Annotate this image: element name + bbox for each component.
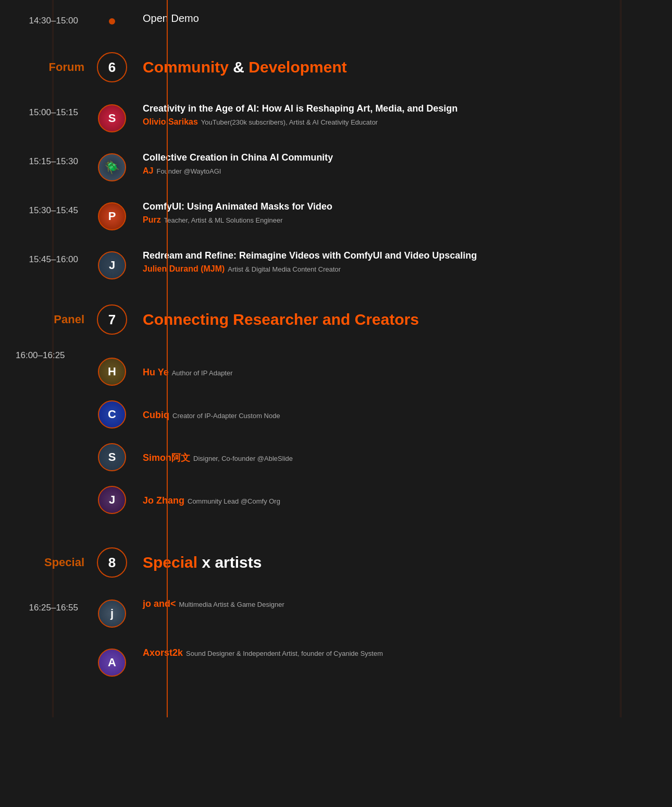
special-number: 8 xyxy=(108,555,116,571)
forum-talk-3-speaker: Purz xyxy=(143,215,161,225)
panel-number: 7 xyxy=(108,312,116,328)
panel-participant-1: H Hu Ye Author of IP Adapter xyxy=(130,350,672,393)
forum-talk-4-avatar-col: J xyxy=(94,249,130,279)
forum-talk-3-time: 15:30–15:45 xyxy=(0,200,94,216)
special-title-col: Special x artists xyxy=(130,554,672,571)
panel-group: 16:00–16:25 H Hu Ye Author of IP Adapter xyxy=(0,345,672,532)
forum-talk-4: 15:45–16:00 J Redream and Refine: Reimag… xyxy=(0,240,672,289)
special-artist-2-name: Axorst2k xyxy=(143,647,183,658)
panel-p3-content: Simon阿文 Disigner, Co-founder @AbleSlide xyxy=(130,450,293,464)
forum-header-row: Forum 6 Community & Development xyxy=(0,36,672,93)
forum-talk-2-time: 15:15–15:30 xyxy=(0,151,94,167)
forum-talk-4-role: Artist & Digital Media Content Creator xyxy=(228,265,341,273)
forum-label: Forum xyxy=(0,60,94,74)
special-title: Special x artists xyxy=(143,554,641,571)
forum-talk-3-title: ComfyUI: Using Animated Masks for Video xyxy=(143,200,641,213)
panel-p3-avatar-letter: S xyxy=(108,450,116,464)
panel-p2-content: Cubiq Creator of IP-Adapter Custom Node xyxy=(130,409,280,421)
panel-p2-avatar: C xyxy=(98,400,126,429)
forum-talk-4-avatar: J xyxy=(98,251,126,279)
forum-talk-2: 15:15–15:30 🪲 Collective Creation in Chi… xyxy=(0,142,672,191)
forum-talk-1-title: Creativity in the Age of AI: How AI is R… xyxy=(143,102,641,115)
forum-talk-2-avatar-letter: 🪲 xyxy=(104,160,120,175)
special-artist-1-name: jo and< xyxy=(143,598,176,609)
open-demo-dot xyxy=(109,18,115,25)
open-demo-title: Open Demo xyxy=(143,13,199,24)
special-artist-1-avatar-letter: j xyxy=(110,607,114,620)
panel-header-row: Panel 7 Connecting Researcher and Creato… xyxy=(0,289,672,345)
forum-talk-3-speaker-line: Purz Teacher, Artist & ML Solutions Engi… xyxy=(143,215,641,225)
panel-p2-avatar-letter: C xyxy=(108,408,116,421)
panel-p1-role: Author of IP Adapter xyxy=(172,369,233,377)
forum-talk-3-content: ComfyUI: Using Animated Masks for Video … xyxy=(130,200,672,225)
special-artist-2-speaker-line: Axorst2k Sound Designer & Independent Ar… xyxy=(143,647,641,658)
forum-talk-2-title: Collective Creation in China AI Communit… xyxy=(143,151,641,164)
forum-talk-4-avatar-letter: J xyxy=(109,259,115,272)
panel-p3-avatar: S xyxy=(98,443,126,471)
panel-p2-avatar-col: C xyxy=(94,400,130,429)
open-demo-dot-col xyxy=(94,12,130,25)
forum-talk-1-avatar-letter: S xyxy=(108,112,116,125)
panel-participant-3: S Simon阿文 Disigner, Co-founder @AbleSlid… xyxy=(130,436,672,479)
forum-number-col: 6 xyxy=(94,52,130,82)
forum-talk-4-speaker: Julien Durand (MJM) xyxy=(143,264,225,274)
panel-p4-avatar-letter: J xyxy=(109,493,115,507)
special-label: Special xyxy=(0,556,94,569)
special-artist-1-content: jo and< Multimedia Artist & Game Designe… xyxy=(130,597,672,609)
special-artist-1-role: Multimedia Artist & Game Designer xyxy=(179,601,284,608)
special-artist-1-speaker-line: jo and< Multimedia Artist & Game Designe… xyxy=(143,598,641,609)
forum-talk-2-speaker-line: AJ Founder @WaytoAGI xyxy=(143,166,641,176)
panel-participant-4: J Jo Zhang Community Lead @Comfy Org xyxy=(130,479,672,521)
open-demo-row: 14:30–15:00 Open Demo xyxy=(0,0,672,36)
panel-title: Connecting Researcher and Creators xyxy=(143,311,641,328)
panel-p1-speaker-line: Hu Ye Author of IP Adapter xyxy=(143,367,233,378)
special-artist-2-avatar-letter: A xyxy=(108,656,116,669)
forum-title-col: Community & Development xyxy=(130,58,672,76)
special-artist-2-avatar: A xyxy=(98,649,126,677)
forum-talk-2-avatar: 🪲 xyxy=(98,153,126,181)
special-artist-2-time xyxy=(0,646,94,652)
special-artist-1: 16:25–16:55 j jo and< Multimedia Artist … xyxy=(0,588,672,637)
panel-p1-avatar-letter: H xyxy=(108,365,116,378)
special-artist-2-avatar-col: A xyxy=(94,646,130,677)
open-demo-time: 14:30–15:00 xyxy=(0,10,94,26)
panel-p2-role: Creator of IP-Adapter Custom Node xyxy=(172,412,280,420)
forum-talk-1-speaker: Olivio Sarikas xyxy=(143,117,198,127)
forum-talk-2-avatar-col: 🪲 xyxy=(94,151,130,181)
panel-p3-avatar-col: S xyxy=(94,443,130,471)
panel-title-text: Connecting Researcher and Creators xyxy=(143,311,419,328)
timeline-line xyxy=(167,0,168,717)
panel-number-col: 7 xyxy=(94,304,130,335)
forum-talk-1-avatar: S xyxy=(98,104,126,132)
panel-p1-content: Hu Ye Author of IP Adapter xyxy=(130,366,233,378)
panel-title-col: Connecting Researcher and Creators xyxy=(130,311,672,328)
special-artist-1-avatar: j xyxy=(98,600,126,628)
forum-talk-3-avatar-col: P xyxy=(94,200,130,230)
special-number-circle: 8 xyxy=(97,547,127,578)
panel-p4-avatar-col: J xyxy=(94,486,130,514)
panel-p4-name: Jo Zhang xyxy=(143,495,184,506)
panel-p4-speaker-line: Jo Zhang Community Lead @Comfy Org xyxy=(143,495,280,506)
panel-p2-speaker-line: Cubiq Creator of IP-Adapter Custom Node xyxy=(143,410,280,421)
special-artist-1-avatar-col: j xyxy=(94,597,130,628)
panel-number-circle: 7 xyxy=(97,304,127,335)
forum-talk-4-title: Redream and Refine: Reimagine Videos wit… xyxy=(143,249,641,262)
panel-participants-col: H Hu Ye Author of IP Adapter C xyxy=(130,350,672,521)
special-artist-1-time: 16:25–16:55 xyxy=(0,597,94,613)
panel-p4-role: Community Lead @Comfy Org xyxy=(188,497,280,505)
forum-talk-1-content: Creativity in the Age of AI: How AI is R… xyxy=(130,102,672,127)
special-header-row: Special 8 Special x artists xyxy=(0,532,672,588)
forum-talk-4-speaker-line: Julien Durand (MJM) Artist & Digital Med… xyxy=(143,264,641,274)
forum-talk-1-avatar-col: S xyxy=(94,102,130,132)
panel-p4-avatar: J xyxy=(98,486,126,514)
forum-title: Community & Development xyxy=(143,58,641,76)
forum-number: 6 xyxy=(108,59,116,76)
forum-talk-4-time: 15:45–16:00 xyxy=(0,249,94,265)
panel-time: 16:00–16:25 xyxy=(0,350,94,361)
forum-talk-1-role: YouTuber(230k subscribers), Artist & AI … xyxy=(201,118,378,126)
forum-talk-1: 15:00–15:15 S Creativity in the Age of A… xyxy=(0,93,672,142)
forum-talk-2-content: Collective Creation in China AI Communit… xyxy=(130,151,672,176)
forum-talk-1-speaker-line: Olivio Sarikas YouTuber(230k subscribers… xyxy=(143,117,641,127)
forum-title-connector: & xyxy=(229,58,248,76)
schedule-container: 14:30–15:00 Open Demo Forum 6 Community … xyxy=(0,0,672,717)
